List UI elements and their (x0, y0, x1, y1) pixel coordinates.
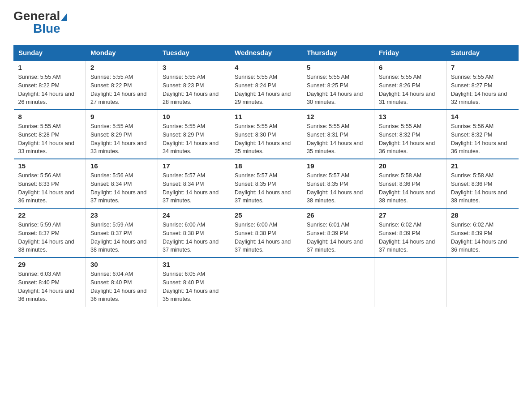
day-cell-19: 19 Sunrise: 5:57 AM Sunset: 8:35 PM Dayl… (302, 159, 374, 208)
day-info: Sunrise: 5:55 AM Sunset: 8:30 PM Dayligh… (235, 122, 297, 156)
week-row-1: 1 Sunrise: 5:55 AM Sunset: 8:22 PM Dayli… (14, 60, 519, 110)
day-cell-21: 21 Sunrise: 5:58 AM Sunset: 8:36 PM Dayl… (446, 159, 519, 208)
day-info: Sunrise: 5:55 AM Sunset: 8:27 PM Dayligh… (451, 73, 514, 107)
day-info: Sunrise: 5:57 AM Sunset: 8:35 PM Dayligh… (235, 171, 297, 205)
day-cell-6: 6 Sunrise: 5:55 AM Sunset: 8:26 PM Dayli… (374, 60, 446, 110)
header-monday: Monday (86, 45, 158, 61)
day-cell-11: 11 Sunrise: 5:55 AM Sunset: 8:30 PM Dayl… (230, 110, 302, 159)
day-cell-7: 7 Sunrise: 5:55 AM Sunset: 8:27 PM Dayli… (446, 60, 519, 110)
day-number: 4 (235, 64, 297, 71)
week-row-5: 29 Sunrise: 6:03 AM Sunset: 8:40 PM Dayl… (14, 257, 519, 307)
header-friday: Friday (374, 45, 446, 61)
day-number: 27 (379, 211, 442, 219)
day-cell-25: 25 Sunrise: 6:00 AM Sunset: 8:38 PM Dayl… (230, 208, 302, 257)
day-number: 17 (163, 162, 225, 170)
day-cell-4: 4 Sunrise: 5:55 AM Sunset: 8:24 PM Dayli… (230, 60, 302, 110)
week-row-4: 22 Sunrise: 5:59 AM Sunset: 8:37 PM Dayl… (14, 208, 519, 257)
day-info: Sunrise: 5:57 AM Sunset: 8:34 PM Dayligh… (163, 171, 225, 205)
day-cell-18: 18 Sunrise: 5:57 AM Sunset: 8:35 PM Dayl… (230, 159, 302, 208)
day-number: 31 (163, 261, 225, 268)
day-number: 21 (451, 162, 514, 170)
day-cell-16: 16 Sunrise: 5:56 AM Sunset: 8:34 PM Dayl… (86, 159, 158, 208)
day-info: Sunrise: 5:57 AM Sunset: 8:35 PM Dayligh… (307, 171, 369, 205)
day-cell-10: 10 Sunrise: 5:55 AM Sunset: 8:29 PM Dayl… (158, 110, 230, 159)
empty-cell (302, 257, 374, 307)
day-cell-28: 28 Sunrise: 6:02 AM Sunset: 8:39 PM Dayl… (446, 208, 519, 257)
day-info: Sunrise: 5:59 AM Sunset: 8:37 PM Dayligh… (90, 221, 153, 254)
day-info: Sunrise: 5:55 AM Sunset: 8:29 PM Dayligh… (163, 122, 225, 156)
day-cell-30: 30 Sunrise: 6:04 AM Sunset: 8:40 PM Dayl… (86, 257, 158, 307)
day-number: 23 (90, 211, 153, 219)
day-info: Sunrise: 5:59 AM Sunset: 8:37 PM Dayligh… (18, 221, 82, 254)
day-cell-14: 14 Sunrise: 5:56 AM Sunset: 8:32 PM Dayl… (446, 110, 519, 159)
day-cell-20: 20 Sunrise: 5:58 AM Sunset: 8:36 PM Dayl… (374, 159, 446, 208)
day-info: Sunrise: 5:55 AM Sunset: 8:22 PM Dayligh… (90, 73, 153, 107)
logo-triangle-icon (61, 13, 67, 21)
day-cell-29: 29 Sunrise: 6:03 AM Sunset: 8:40 PM Dayl… (14, 257, 86, 307)
day-number: 11 (235, 113, 297, 120)
calendar-header-row: SundayMondayTuesdayWednesdayThursdayFrid… (14, 45, 519, 61)
day-cell-17: 17 Sunrise: 5:57 AM Sunset: 8:34 PM Dayl… (158, 159, 230, 208)
day-number: 10 (163, 113, 225, 120)
day-info: Sunrise: 6:04 AM Sunset: 8:40 PM Dayligh… (90, 270, 153, 304)
day-cell-5: 5 Sunrise: 5:55 AM Sunset: 8:25 PM Dayli… (302, 60, 374, 110)
page-header: General Blue (13, 9, 519, 36)
day-cell-15: 15 Sunrise: 5:56 AM Sunset: 8:33 PM Dayl… (14, 159, 86, 208)
day-cell-24: 24 Sunrise: 6:00 AM Sunset: 8:38 PM Dayl… (158, 208, 230, 257)
day-info: Sunrise: 5:55 AM Sunset: 8:24 PM Dayligh… (235, 73, 297, 107)
day-number: 30 (90, 261, 153, 268)
header-tuesday: Tuesday (158, 45, 230, 61)
day-number: 20 (379, 162, 442, 170)
day-cell-31: 31 Sunrise: 6:05 AM Sunset: 8:40 PM Dayl… (158, 257, 230, 307)
day-number: 7 (451, 64, 514, 71)
day-info: Sunrise: 5:55 AM Sunset: 8:31 PM Dayligh… (307, 122, 369, 156)
day-number: 3 (163, 64, 225, 71)
day-info: Sunrise: 5:56 AM Sunset: 8:33 PM Dayligh… (18, 171, 82, 205)
day-cell-27: 27 Sunrise: 6:02 AM Sunset: 8:39 PM Dayl… (374, 208, 446, 257)
header-sunday: Sunday (14, 45, 86, 61)
day-info: Sunrise: 5:58 AM Sunset: 8:36 PM Dayligh… (451, 171, 514, 205)
empty-cell (374, 257, 446, 307)
header-thursday: Thursday (302, 45, 374, 61)
day-cell-22: 22 Sunrise: 5:59 AM Sunset: 8:37 PM Dayl… (14, 208, 86, 257)
day-cell-23: 23 Sunrise: 5:59 AM Sunset: 8:37 PM Dayl… (86, 208, 158, 257)
day-number: 16 (90, 162, 153, 170)
day-info: Sunrise: 5:55 AM Sunset: 8:28 PM Dayligh… (18, 122, 82, 156)
day-number: 8 (18, 113, 82, 120)
day-cell-9: 9 Sunrise: 5:55 AM Sunset: 8:29 PM Dayli… (86, 110, 158, 159)
day-number: 6 (379, 64, 442, 71)
day-number: 2 (90, 64, 153, 71)
calendar-table: SundayMondayTuesdayWednesdayThursdayFrid… (13, 45, 519, 307)
day-number: 19 (307, 162, 369, 170)
day-number: 28 (451, 211, 514, 219)
day-info: Sunrise: 6:03 AM Sunset: 8:40 PM Dayligh… (18, 270, 82, 304)
day-cell-13: 13 Sunrise: 5:55 AM Sunset: 8:32 PM Dayl… (374, 110, 446, 159)
empty-cell (230, 257, 302, 307)
day-info: Sunrise: 5:58 AM Sunset: 8:36 PM Dayligh… (379, 171, 442, 205)
empty-cell (446, 257, 519, 307)
day-info: Sunrise: 6:00 AM Sunset: 8:38 PM Dayligh… (235, 221, 297, 254)
week-row-2: 8 Sunrise: 5:55 AM Sunset: 8:28 PM Dayli… (14, 110, 519, 159)
day-info: Sunrise: 5:56 AM Sunset: 8:32 PM Dayligh… (451, 122, 514, 156)
day-cell-12: 12 Sunrise: 5:55 AM Sunset: 8:31 PM Dayl… (302, 110, 374, 159)
day-number: 26 (307, 211, 369, 219)
day-info: Sunrise: 5:55 AM Sunset: 8:29 PM Dayligh… (90, 122, 153, 156)
day-cell-2: 2 Sunrise: 5:55 AM Sunset: 8:22 PM Dayli… (86, 60, 158, 110)
week-row-3: 15 Sunrise: 5:56 AM Sunset: 8:33 PM Dayl… (14, 159, 519, 208)
day-info: Sunrise: 6:02 AM Sunset: 8:39 PM Dayligh… (451, 221, 514, 254)
day-number: 24 (163, 211, 225, 219)
day-cell-8: 8 Sunrise: 5:55 AM Sunset: 8:28 PM Dayli… (14, 110, 86, 159)
day-number: 12 (307, 113, 369, 120)
day-info: Sunrise: 5:55 AM Sunset: 8:25 PM Dayligh… (307, 73, 369, 107)
logo: General Blue (13, 9, 68, 36)
day-number: 14 (451, 113, 514, 120)
day-info: Sunrise: 6:05 AM Sunset: 8:40 PM Dayligh… (163, 270, 225, 304)
day-cell-1: 1 Sunrise: 5:55 AM Sunset: 8:22 PM Dayli… (14, 60, 86, 110)
day-number: 18 (235, 162, 297, 170)
day-cell-26: 26 Sunrise: 6:01 AM Sunset: 8:39 PM Dayl… (302, 208, 374, 257)
day-info: Sunrise: 5:55 AM Sunset: 8:32 PM Dayligh… (379, 122, 442, 156)
day-info: Sunrise: 5:56 AM Sunset: 8:34 PM Dayligh… (90, 171, 153, 205)
day-number: 5 (307, 64, 369, 71)
day-number: 22 (18, 211, 82, 219)
day-cell-3: 3 Sunrise: 5:55 AM Sunset: 8:23 PM Dayli… (158, 60, 230, 110)
